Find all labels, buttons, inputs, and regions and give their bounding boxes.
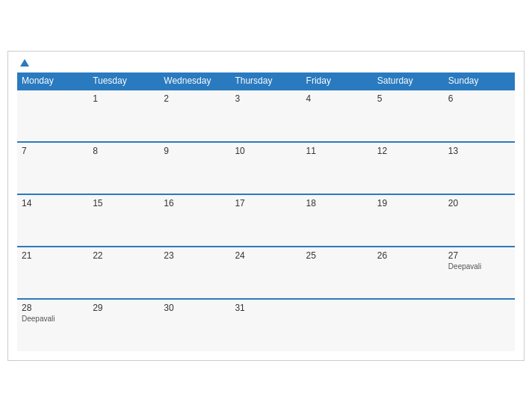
day-number: 27 — [448, 250, 510, 261]
day-number: 25 — [306, 250, 368, 261]
day-number: 29 — [93, 303, 155, 313]
day-number: 7 — [22, 146, 84, 156]
day-number: 12 — [377, 146, 439, 156]
calendar-cell: 20 — [444, 194, 515, 247]
logo — [19, 59, 29, 67]
calendar-cell: 7 — [17, 142, 88, 194]
calendar-cell: 2 — [159, 90, 230, 142]
calendar-cell: 23 — [159, 247, 230, 299]
calendar-week-row: 14151617181920 — [17, 194, 515, 247]
calendar-grid: MondayTuesdayWednesdayThursdayFridaySatu… — [17, 72, 515, 351]
calendar-header — [17, 59, 515, 67]
day-number: 31 — [235, 303, 297, 313]
calendar-cell: 25 — [302, 247, 373, 299]
calendar-cell: 19 — [373, 194, 444, 247]
calendar-cell — [373, 299, 444, 351]
day-number: 22 — [93, 250, 155, 261]
logo-triangle-icon — [20, 59, 29, 67]
weekday-header-wednesday: Wednesday — [159, 72, 230, 90]
calendar-cell: 10 — [230, 142, 301, 194]
weekday-header-monday: Monday — [17, 72, 88, 90]
day-number: 11 — [306, 146, 368, 156]
day-number: 3 — [235, 93, 297, 104]
calendar-cell: 9 — [159, 142, 230, 194]
calendar-cell: 29 — [88, 299, 159, 351]
calendar-cell: 6 — [444, 90, 515, 142]
calendar-cell: 1 — [88, 90, 159, 142]
weekday-header-row: MondayTuesdayWednesdayThursdayFridaySatu… — [17, 72, 515, 90]
calendar-cell: 27Deepavali — [444, 247, 515, 299]
day-number: 23 — [164, 250, 226, 261]
day-number: 28 — [22, 303, 84, 313]
calendar-cell: 3 — [230, 90, 301, 142]
calendar-cell — [302, 299, 373, 351]
day-number: 1 — [93, 93, 155, 104]
calendar-cell — [17, 90, 88, 142]
calendar-cell: 24 — [230, 247, 301, 299]
day-number: 14 — [22, 198, 84, 208]
calendar-cell: 22 — [88, 247, 159, 299]
day-number: 4 — [306, 93, 368, 104]
calendar-cell: 26 — [373, 247, 444, 299]
weekday-header-saturday: Saturday — [373, 72, 444, 90]
day-number: 18 — [306, 198, 368, 208]
calendar-cell: 30 — [159, 299, 230, 351]
day-number: 17 — [235, 198, 297, 208]
day-number: 10 — [235, 146, 297, 156]
day-number: 9 — [164, 146, 226, 156]
weekday-header-thursday: Thursday — [230, 72, 301, 90]
day-event: Deepavali — [22, 315, 84, 323]
calendar-cell: 17 — [230, 194, 301, 247]
day-number: 24 — [235, 250, 297, 261]
calendar-cell: 13 — [444, 142, 515, 194]
day-number: 13 — [448, 146, 510, 156]
calendar-cell: 11 — [302, 142, 373, 194]
calendar-cell: 12 — [373, 142, 444, 194]
day-number: 20 — [448, 198, 510, 208]
day-number: 15 — [93, 198, 155, 208]
day-number: 8 — [93, 146, 155, 156]
day-number: 21 — [22, 250, 84, 261]
day-event: Deepavali — [448, 262, 510, 271]
calendar-week-row: 28Deepavali293031 — [17, 299, 515, 351]
calendar-cell: 18 — [302, 194, 373, 247]
calendar-cell: 16 — [159, 194, 230, 247]
day-number: 16 — [164, 198, 226, 208]
day-number: 6 — [448, 93, 510, 104]
calendar-cell: 28Deepavali — [17, 299, 88, 351]
calendar-cell: 4 — [302, 90, 373, 142]
calendar-cell: 14 — [17, 194, 88, 247]
calendar-week-row: 123456 — [17, 90, 515, 142]
weekday-header-friday: Friday — [302, 72, 373, 90]
calendar-cell: 8 — [88, 142, 159, 194]
weekday-header-sunday: Sunday — [444, 72, 515, 90]
calendar-cell: 21 — [17, 247, 88, 299]
day-number: 19 — [377, 198, 439, 208]
calendar-week-row: 78910111213 — [17, 142, 515, 194]
calendar-cell: 15 — [88, 194, 159, 247]
day-number: 5 — [377, 93, 439, 104]
weekday-header-tuesday: Tuesday — [88, 72, 159, 90]
day-number: 2 — [164, 93, 226, 104]
calendar-cell: 5 — [373, 90, 444, 142]
calendar-cell: 31 — [230, 299, 301, 351]
calendar-week-row: 21222324252627Deepavali — [17, 247, 515, 299]
calendar-cell — [444, 299, 515, 351]
day-number: 30 — [164, 303, 226, 313]
calendar-container: MondayTuesdayWednesdayThursdayFridaySatu… — [7, 51, 525, 361]
day-number: 26 — [377, 250, 439, 261]
